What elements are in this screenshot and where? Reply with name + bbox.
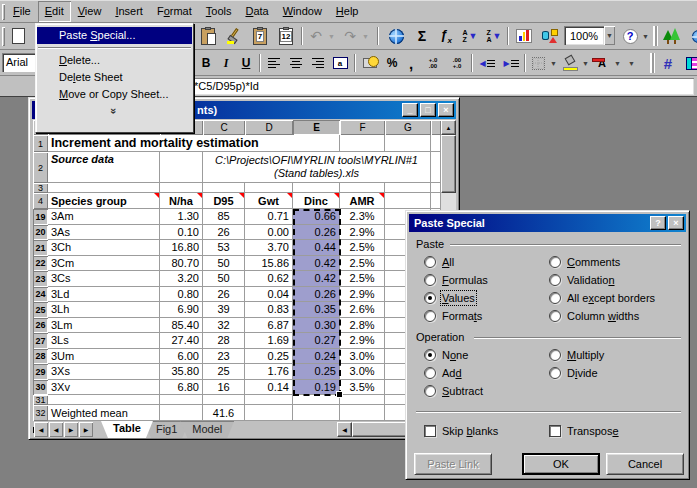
format-painter-button[interactable] bbox=[222, 25, 246, 47]
cell-d95[interactable]: 25 bbox=[203, 364, 245, 380]
cell-species[interactable]: 3Xs bbox=[48, 364, 160, 380]
cell-header-species[interactable]: Species group bbox=[48, 193, 160, 209]
row-header-28[interactable]: 28 bbox=[33, 349, 48, 365]
cell-nha[interactable]: 6.80 bbox=[160, 380, 203, 396]
vertical-scroll-thumb[interactable] bbox=[441, 135, 456, 193]
clipboard-7-button[interactable]: 7 bbox=[248, 25, 272, 47]
comma-style-button[interactable]: , bbox=[402, 52, 420, 74]
cell[interactable] bbox=[293, 183, 340, 193]
help-button[interactable]: ? bbox=[618, 25, 642, 47]
calendar-12-button[interactable]: 12 bbox=[274, 25, 298, 47]
cell[interactable] bbox=[385, 183, 431, 193]
font-color-button[interactable]: A bbox=[592, 52, 612, 74]
cell[interactable] bbox=[203, 395, 245, 405]
menu-expand-chevron[interactable]: » bbox=[36, 103, 193, 119]
cell-dinc[interactable]: 0.24 bbox=[293, 349, 340, 365]
cell-gwt[interactable]: 1.76 bbox=[245, 364, 293, 380]
cell-species[interactable]: 3Cs bbox=[48, 271, 160, 287]
operation-option-add[interactable]: Add bbox=[424, 366, 462, 380]
menubar-item-file[interactable]: File bbox=[6, 1, 38, 22]
paste-function-button[interactable]: ƒx bbox=[434, 25, 458, 47]
drawing-button[interactable] bbox=[538, 25, 562, 47]
cell-d95[interactable]: 50 bbox=[203, 271, 245, 287]
cell-d95[interactable]: 32 bbox=[203, 318, 245, 334]
maximize-button[interactable]: □ bbox=[420, 103, 436, 117]
menubar-item-help[interactable]: Help bbox=[329, 1, 366, 22]
checkbox-transpose[interactable]: Transpose bbox=[549, 424, 619, 438]
toolbar-options-dropdown[interactable]: ▼ bbox=[626, 52, 637, 74]
row-header-32[interactable]: 32 bbox=[33, 405, 48, 421]
cell-nha[interactable]: 16.80 bbox=[160, 240, 203, 256]
cell-nha[interactable]: 35.80 bbox=[160, 364, 203, 380]
menubar-item-format[interactable]: Format bbox=[150, 1, 199, 22]
cell[interactable] bbox=[431, 183, 441, 193]
cell-species[interactable]: 3Ch bbox=[48, 240, 160, 256]
menu-item-move-or-copy-sheet[interactable]: Move or Copy Sheet... bbox=[37, 86, 192, 103]
cell-d95[interactable]: 53 bbox=[203, 240, 245, 256]
currency-button[interactable] bbox=[358, 52, 382, 74]
menu-item-paste-special[interactable]: Paste Special... bbox=[37, 27, 192, 44]
cell-header-d95[interactable]: D95 bbox=[203, 193, 245, 209]
new-workbook-button[interactable] bbox=[6, 25, 30, 47]
cell[interactable] bbox=[160, 152, 203, 183]
column-header-G[interactable]: G bbox=[385, 120, 431, 135]
underline-button[interactable]: U bbox=[236, 52, 256, 74]
percent-style-button[interactable]: % bbox=[382, 52, 402, 74]
cell-species[interactable]: 3Xv bbox=[48, 380, 160, 396]
dialog-close-button[interactable]: × bbox=[668, 216, 684, 230]
cell-source-label[interactable]: Source data bbox=[48, 152, 160, 183]
sort-descending-button[interactable]: ZA▼ bbox=[482, 25, 506, 47]
cell-amr[interactable]: 2.5% bbox=[340, 240, 385, 256]
cell-nha[interactable]: 6.00 bbox=[160, 349, 203, 365]
font-color-dropdown[interactable]: ▼ bbox=[612, 52, 623, 74]
cell-amr[interactable]: 2.8% bbox=[340, 318, 385, 334]
operation-option-multiply[interactable]: Multiply bbox=[549, 348, 604, 362]
paste-option-formulas[interactable]: Formulas bbox=[424, 273, 488, 287]
fill-color-dropdown[interactable]: ▼ bbox=[580, 52, 591, 74]
cell[interactable] bbox=[340, 135, 385, 152]
cell-dinc[interactable]: 0.30 bbox=[293, 318, 340, 334]
cell[interactable] bbox=[48, 395, 160, 405]
cell-nha[interactable]: 27.40 bbox=[160, 333, 203, 349]
cell[interactable] bbox=[245, 183, 293, 193]
chart-wizard-button[interactable] bbox=[512, 25, 536, 47]
cell-dinc[interactable]: 0.26 bbox=[293, 287, 340, 303]
cell[interactable] bbox=[245, 405, 293, 421]
cell-source-path[interactable]: C:\Projects\OFI\MYRLIN tools\MYRLIN#1(St… bbox=[203, 152, 431, 183]
cell[interactable] bbox=[431, 193, 441, 209]
cell-species[interactable]: 3Cm bbox=[48, 256, 160, 272]
bold-button[interactable]: B bbox=[196, 52, 216, 74]
cell-d95[interactable]: 23 bbox=[203, 349, 245, 365]
row-header-22[interactable]: 22 bbox=[33, 256, 48, 272]
cell-species[interactable]: 3Ld bbox=[48, 287, 160, 303]
cell-nha[interactable]: 0.10 bbox=[160, 225, 203, 241]
gridlines-button[interactable]: # bbox=[657, 52, 679, 74]
cell[interactable] bbox=[385, 193, 431, 209]
row-header-30[interactable]: 30 bbox=[33, 380, 48, 396]
row-header-31[interactable]: 31 bbox=[33, 395, 48, 405]
increase-decimal-button[interactable]: +.0.00 bbox=[421, 52, 445, 74]
cell-species[interactable]: 3Am bbox=[48, 209, 160, 225]
cell-gwt[interactable]: 3.70 bbox=[245, 240, 293, 256]
zoom-combobox[interactable]: 100% bbox=[564, 26, 604, 45]
cell[interactable] bbox=[245, 395, 293, 405]
cell-amr[interactable]: 2.9% bbox=[340, 225, 385, 241]
minimize-button[interactable]: _ bbox=[402, 103, 418, 117]
cell-dinc[interactable]: 0.66 bbox=[293, 209, 340, 225]
cell-amr[interactable]: 3.0% bbox=[340, 364, 385, 380]
cell[interactable] bbox=[385, 135, 431, 152]
row-header-24[interactable]: 24 bbox=[33, 287, 48, 303]
paste-option-comments[interactable]: Comments bbox=[549, 255, 620, 269]
cell-gwt[interactable]: 6.87 bbox=[245, 318, 293, 334]
cell-gwt[interactable]: 0.00 bbox=[245, 225, 293, 241]
align-center-button[interactable] bbox=[285, 52, 307, 74]
italic-button[interactable]: I bbox=[216, 52, 236, 74]
paste-option-all-except-borders[interactable]: All except borders bbox=[549, 291, 655, 305]
redo-dropdown[interactable]: ▼ bbox=[360, 25, 371, 47]
zoom-dropdown[interactable]: ▼ bbox=[604, 26, 615, 45]
cancel-button[interactable]: Cancel bbox=[606, 453, 684, 475]
sort-ascending-button[interactable]: AZ▼ bbox=[458, 25, 482, 47]
cell-weighted-mean-d95[interactable]: 41.6 bbox=[203, 405, 245, 421]
cell-gwt[interactable]: 0.62 bbox=[245, 271, 293, 287]
menubar-item-view[interactable]: View bbox=[71, 1, 109, 22]
